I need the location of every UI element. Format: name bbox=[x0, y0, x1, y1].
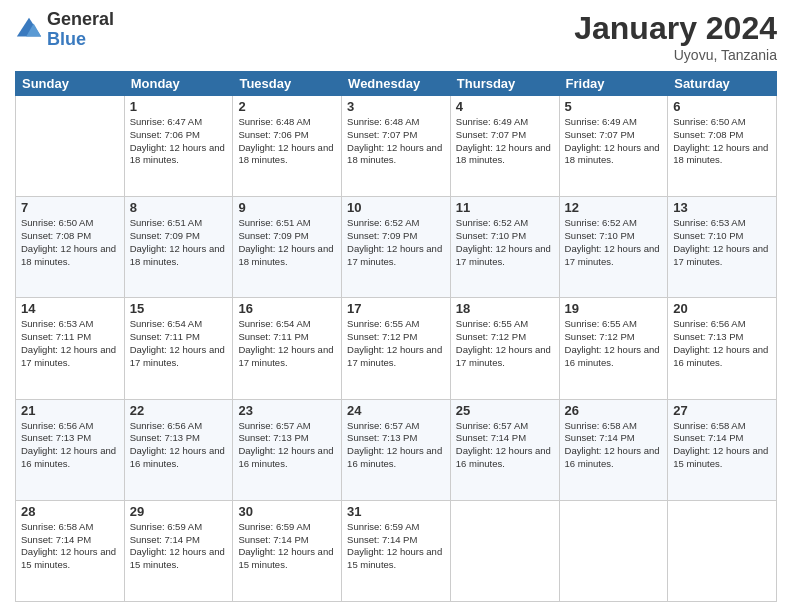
day-number: 8 bbox=[130, 200, 228, 215]
day-cell: 21Sunrise: 6:56 AMSunset: 7:13 PMDayligh… bbox=[16, 399, 125, 500]
day-info: Sunrise: 6:51 AMSunset: 7:09 PMDaylight:… bbox=[130, 217, 228, 268]
week-row-2: 14Sunrise: 6:53 AMSunset: 7:11 PMDayligh… bbox=[16, 298, 777, 399]
day-cell: 15Sunrise: 6:54 AMSunset: 7:11 PMDayligh… bbox=[124, 298, 233, 399]
day-info: Sunrise: 6:57 AMSunset: 7:13 PMDaylight:… bbox=[347, 420, 445, 471]
day-number: 19 bbox=[565, 301, 663, 316]
day-info: Sunrise: 6:52 AMSunset: 7:10 PMDaylight:… bbox=[565, 217, 663, 268]
day-info: Sunrise: 6:49 AMSunset: 7:07 PMDaylight:… bbox=[456, 116, 554, 167]
weekday-monday: Monday bbox=[124, 72, 233, 96]
day-cell: 10Sunrise: 6:52 AMSunset: 7:09 PMDayligh… bbox=[342, 197, 451, 298]
day-info: Sunrise: 6:58 AMSunset: 7:14 PMDaylight:… bbox=[673, 420, 771, 471]
day-number: 27 bbox=[673, 403, 771, 418]
day-info: Sunrise: 6:59 AMSunset: 7:14 PMDaylight:… bbox=[347, 521, 445, 572]
weekday-saturday: Saturday bbox=[668, 72, 777, 96]
day-number: 20 bbox=[673, 301, 771, 316]
header: General Blue January 2024 Uyovu, Tanzani… bbox=[15, 10, 777, 63]
location: Uyovu, Tanzania bbox=[574, 47, 777, 63]
day-cell: 18Sunrise: 6:55 AMSunset: 7:12 PMDayligh… bbox=[450, 298, 559, 399]
day-info: Sunrise: 6:56 AMSunset: 7:13 PMDaylight:… bbox=[21, 420, 119, 471]
day-info: Sunrise: 6:48 AMSunset: 7:06 PMDaylight:… bbox=[238, 116, 336, 167]
day-cell: 13Sunrise: 6:53 AMSunset: 7:10 PMDayligh… bbox=[668, 197, 777, 298]
day-cell: 16Sunrise: 6:54 AMSunset: 7:11 PMDayligh… bbox=[233, 298, 342, 399]
day-number: 9 bbox=[238, 200, 336, 215]
day-number: 18 bbox=[456, 301, 554, 316]
day-number: 22 bbox=[130, 403, 228, 418]
logo-general: General bbox=[47, 10, 114, 30]
day-number: 11 bbox=[456, 200, 554, 215]
day-number: 23 bbox=[238, 403, 336, 418]
day-cell: 4Sunrise: 6:49 AMSunset: 7:07 PMDaylight… bbox=[450, 96, 559, 197]
day-number: 26 bbox=[565, 403, 663, 418]
day-info: Sunrise: 6:55 AMSunset: 7:12 PMDaylight:… bbox=[456, 318, 554, 369]
day-number: 21 bbox=[21, 403, 119, 418]
day-cell bbox=[668, 500, 777, 601]
day-number: 1 bbox=[130, 99, 228, 114]
day-number: 25 bbox=[456, 403, 554, 418]
week-row-4: 28Sunrise: 6:58 AMSunset: 7:14 PMDayligh… bbox=[16, 500, 777, 601]
day-number: 13 bbox=[673, 200, 771, 215]
day-number: 5 bbox=[565, 99, 663, 114]
day-cell: 19Sunrise: 6:55 AMSunset: 7:12 PMDayligh… bbox=[559, 298, 668, 399]
day-info: Sunrise: 6:50 AMSunset: 7:08 PMDaylight:… bbox=[21, 217, 119, 268]
day-cell: 1Sunrise: 6:47 AMSunset: 7:06 PMDaylight… bbox=[124, 96, 233, 197]
day-cell bbox=[559, 500, 668, 601]
week-row-1: 7Sunrise: 6:50 AMSunset: 7:08 PMDaylight… bbox=[16, 197, 777, 298]
day-cell: 27Sunrise: 6:58 AMSunset: 7:14 PMDayligh… bbox=[668, 399, 777, 500]
day-cell: 2Sunrise: 6:48 AMSunset: 7:06 PMDaylight… bbox=[233, 96, 342, 197]
logo-blue: Blue bbox=[47, 30, 114, 50]
day-info: Sunrise: 6:47 AMSunset: 7:06 PMDaylight:… bbox=[130, 116, 228, 167]
day-cell: 20Sunrise: 6:56 AMSunset: 7:13 PMDayligh… bbox=[668, 298, 777, 399]
day-info: Sunrise: 6:56 AMSunset: 7:13 PMDaylight:… bbox=[673, 318, 771, 369]
month-title: January 2024 bbox=[574, 10, 777, 47]
weekday-header-row: SundayMondayTuesdayWednesdayThursdayFrid… bbox=[16, 72, 777, 96]
day-number: 28 bbox=[21, 504, 119, 519]
day-info: Sunrise: 6:52 AMSunset: 7:09 PMDaylight:… bbox=[347, 217, 445, 268]
day-number: 15 bbox=[130, 301, 228, 316]
day-info: Sunrise: 6:57 AMSunset: 7:13 PMDaylight:… bbox=[238, 420, 336, 471]
day-cell: 12Sunrise: 6:52 AMSunset: 7:10 PMDayligh… bbox=[559, 197, 668, 298]
day-info: Sunrise: 6:53 AMSunset: 7:10 PMDaylight:… bbox=[673, 217, 771, 268]
day-cell: 22Sunrise: 6:56 AMSunset: 7:13 PMDayligh… bbox=[124, 399, 233, 500]
title-block: January 2024 Uyovu, Tanzania bbox=[574, 10, 777, 63]
weekday-tuesday: Tuesday bbox=[233, 72, 342, 96]
day-number: 4 bbox=[456, 99, 554, 114]
day-cell: 3Sunrise: 6:48 AMSunset: 7:07 PMDaylight… bbox=[342, 96, 451, 197]
day-cell: 24Sunrise: 6:57 AMSunset: 7:13 PMDayligh… bbox=[342, 399, 451, 500]
day-cell: 11Sunrise: 6:52 AMSunset: 7:10 PMDayligh… bbox=[450, 197, 559, 298]
day-cell bbox=[16, 96, 125, 197]
day-info: Sunrise: 6:55 AMSunset: 7:12 PMDaylight:… bbox=[565, 318, 663, 369]
week-row-3: 21Sunrise: 6:56 AMSunset: 7:13 PMDayligh… bbox=[16, 399, 777, 500]
day-info: Sunrise: 6:59 AMSunset: 7:14 PMDaylight:… bbox=[130, 521, 228, 572]
day-number: 30 bbox=[238, 504, 336, 519]
day-number: 10 bbox=[347, 200, 445, 215]
weekday-thursday: Thursday bbox=[450, 72, 559, 96]
calendar-table: SundayMondayTuesdayWednesdayThursdayFrid… bbox=[15, 71, 777, 602]
logo-icon bbox=[15, 16, 43, 44]
day-cell: 8Sunrise: 6:51 AMSunset: 7:09 PMDaylight… bbox=[124, 197, 233, 298]
day-info: Sunrise: 6:55 AMSunset: 7:12 PMDaylight:… bbox=[347, 318, 445, 369]
day-cell: 6Sunrise: 6:50 AMSunset: 7:08 PMDaylight… bbox=[668, 96, 777, 197]
day-number: 31 bbox=[347, 504, 445, 519]
day-cell: 9Sunrise: 6:51 AMSunset: 7:09 PMDaylight… bbox=[233, 197, 342, 298]
day-cell: 17Sunrise: 6:55 AMSunset: 7:12 PMDayligh… bbox=[342, 298, 451, 399]
page: General Blue January 2024 Uyovu, Tanzani… bbox=[0, 0, 792, 612]
day-cell bbox=[450, 500, 559, 601]
day-cell: 31Sunrise: 6:59 AMSunset: 7:14 PMDayligh… bbox=[342, 500, 451, 601]
day-info: Sunrise: 6:54 AMSunset: 7:11 PMDaylight:… bbox=[130, 318, 228, 369]
day-info: Sunrise: 6:53 AMSunset: 7:11 PMDaylight:… bbox=[21, 318, 119, 369]
week-row-0: 1Sunrise: 6:47 AMSunset: 7:06 PMDaylight… bbox=[16, 96, 777, 197]
day-number: 14 bbox=[21, 301, 119, 316]
weekday-sunday: Sunday bbox=[16, 72, 125, 96]
weekday-friday: Friday bbox=[559, 72, 668, 96]
day-cell: 5Sunrise: 6:49 AMSunset: 7:07 PMDaylight… bbox=[559, 96, 668, 197]
logo: General Blue bbox=[15, 10, 114, 50]
weekday-wednesday: Wednesday bbox=[342, 72, 451, 96]
day-number: 17 bbox=[347, 301, 445, 316]
day-info: Sunrise: 6:58 AMSunset: 7:14 PMDaylight:… bbox=[565, 420, 663, 471]
day-info: Sunrise: 6:58 AMSunset: 7:14 PMDaylight:… bbox=[21, 521, 119, 572]
logo-text: General Blue bbox=[47, 10, 114, 50]
day-number: 2 bbox=[238, 99, 336, 114]
day-number: 16 bbox=[238, 301, 336, 316]
day-info: Sunrise: 6:50 AMSunset: 7:08 PMDaylight:… bbox=[673, 116, 771, 167]
day-number: 29 bbox=[130, 504, 228, 519]
